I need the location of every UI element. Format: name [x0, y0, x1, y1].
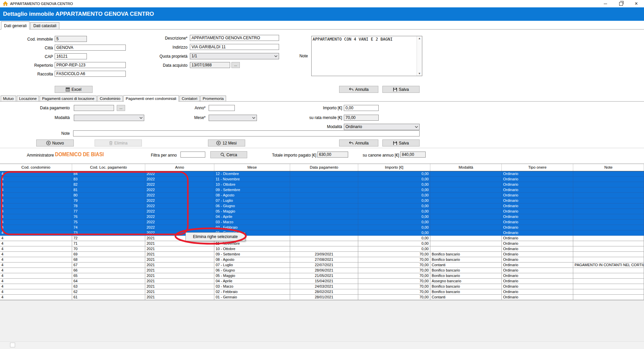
anno-field[interactable] — [209, 105, 235, 111]
table-row[interactable]: 461202101 - Gennaio28/01/202170,00Contan… — [0, 295, 644, 300]
table-row[interactable]: 479202207 - Luglio0,00Ordinario — [0, 198, 644, 203]
table-row[interactable]: 480202208 - Agosto0,00Ordinario — [0, 193, 644, 198]
table-cell — [430, 236, 502, 241]
table-cell: 07 - Luglio — [214, 263, 290, 268]
column-header[interactable]: Modalità — [430, 164, 502, 171]
table-cell — [290, 230, 358, 235]
data-acquisto-browse-button[interactable]: ... — [231, 62, 240, 68]
nuovo-button[interactable]: Nuovo — [36, 139, 74, 147]
table-cell: 66 — [72, 268, 145, 273]
salva-button-top[interactable]: Salva — [382, 86, 420, 93]
mese-select[interactable] — [209, 115, 257, 121]
scroll-down-arrow-icon[interactable]: ▼ — [418, 72, 421, 75]
table-row[interactable]: 467202107 - Luglio22/07/202170,00Contant… — [0, 263, 644, 268]
table-row[interactable]: 482202210 - Ottobre0,00Ordinario — [0, 182, 644, 187]
table-cell — [573, 252, 644, 257]
descrizione-field[interactable]: APPARTAMENTO GENOVA CENTRO — [190, 35, 279, 41]
column-header[interactable]: Cod. Loc. pagamento — [72, 164, 145, 171]
table-row[interactable]: 484202212 - Dicembre0,00Ordinario — [0, 171, 644, 177]
note-scrollbar[interactable]: ▲ ▼ — [417, 36, 422, 76]
table-row[interactable]: 481202209 - Settembre0,00Ordinario — [0, 187, 644, 193]
table-row[interactable]: 473202201 - Gennaio0,00Ordinario — [0, 230, 644, 236]
table-cell: Ordinario — [502, 209, 573, 214]
column-header[interactable]: Anno — [145, 164, 214, 171]
descrizione-label: Descrizione* — [144, 35, 187, 41]
note-textarea[interactable]: APPARTAMENTO CON 4 VANI E 2 BAGNI ▲ ▼ — [311, 36, 422, 76]
context-menu-item-elimina-righe[interactable]: Elimina righe selezionate — [193, 234, 237, 239]
column-header[interactable]: Cod. condominio — [0, 164, 72, 171]
bottom-left-box — [10, 343, 15, 347]
table-row[interactable]: 465202105 - Maggio21/05/202170,00Bonific… — [0, 273, 644, 279]
table-row[interactable]: 468202108 - Agosto27/08/202170,00Bonific… — [0, 257, 644, 263]
modalita-select[interactable] — [74, 115, 144, 121]
table-cell: 0,00 — [358, 225, 430, 230]
annulla-button-top-label: Annulla — [355, 87, 369, 92]
table-row[interactable]: 477202205 - Maggio0,00Ordinario — [0, 209, 644, 214]
table-cell: 2022 — [145, 209, 214, 214]
annulla-button-payment[interactable]: Annulla — [339, 139, 378, 147]
table-cell — [290, 241, 358, 246]
data-acquisto-field[interactable]: 13/07/1988 — [190, 62, 230, 68]
table-row[interactable]: 464202104 - Aprile15/04/202170,00Assegno… — [0, 279, 644, 284]
table-row[interactable]: 476202204 - Aprile0,00Ordinario — [0, 214, 644, 220]
raccolta-field[interactable]: FASCICOLO A6 — [55, 71, 126, 77]
data-pagamento-field[interactable] — [74, 105, 114, 111]
cap-field[interactable]: 16121 — [55, 53, 87, 59]
table-cell: Ordinario — [502, 177, 573, 182]
main-tab-strip: Dati generali Dati catastali — [0, 21, 644, 30]
excel-button[interactable]: Excel — [55, 86, 93, 93]
modalita-tipo-select[interactable]: Ordinario — [344, 124, 420, 130]
table-row[interactable]: 471202111 - Novembre0,00Ordinario — [0, 241, 644, 246]
tab-locazione[interactable]: Locazione — [17, 96, 39, 101]
table-row[interactable]: 469202109 - Settembre23/09/202170,00Boni… — [0, 252, 644, 257]
dodici-mesi-button[interactable]: 12 Mesi — [208, 139, 245, 147]
tab-contatori[interactable]: Contatori — [179, 96, 200, 101]
tab-pagamenti-oneri[interactable]: Pagamenti oneri condominiali — [123, 95, 179, 102]
indirizzo-field[interactable]: VIA GARIBALDI 11 — [190, 44, 279, 50]
table-cell: Ordinario — [502, 263, 573, 268]
payment-note-field[interactable] — [73, 130, 420, 136]
cod-immobile-field[interactable]: 5 — [55, 36, 87, 42]
table-cell: 02 - Febbraio — [214, 225, 290, 230]
annulla-button-top[interactable]: Annulla — [339, 86, 378, 93]
table-cell: 2021 — [145, 263, 214, 268]
quota-proprieta-select[interactable]: 1/1 — [190, 53, 279, 59]
tab-dati-catastali[interactable]: Dati catastali — [30, 22, 59, 29]
table-row[interactable]: 474202202 - Febbraio0,00Ordinario — [0, 225, 644, 230]
column-header[interactable]: Data pagamento — [290, 164, 358, 171]
column-header[interactable]: Mese — [214, 164, 290, 171]
cerca-button[interactable]: Cerca — [210, 151, 247, 158]
column-header[interactable]: Tipo onere — [502, 164, 573, 171]
table-row[interactable]: 462202102 - Febbraio28/02/202170,00Bonif… — [0, 289, 644, 295]
tab-dati-generali[interactable]: Dati generali — [1, 21, 30, 30]
table-row[interactable]: 483202211 - Novembre0,00Ordinario — [0, 177, 644, 182]
minimize-icon[interactable] — [598, 0, 613, 7]
close-icon[interactable]: × — [629, 0, 644, 7]
table-cell: 09 - Settembre — [214, 187, 290, 192]
table-row[interactable]: 472202112 - Dicembre0,00Ordinario — [0, 236, 644, 241]
elimina-button[interactable]: Elimina — [95, 139, 142, 147]
table-row[interactable]: 475202203 - Marzo0,00Ordinario — [0, 220, 644, 225]
tab-mutuo[interactable]: Mutuo — [1, 96, 16, 101]
column-header[interactable]: Importo [€] — [358, 164, 430, 171]
tab-pagamenti-canoni[interactable]: Pagamenti canoni di locazione — [40, 96, 97, 101]
tab-promemoria[interactable]: Promemoria — [200, 96, 226, 101]
table-cell: 70,00 — [358, 268, 430, 273]
column-header[interactable]: Note — [573, 164, 644, 171]
scroll-up-arrow-icon[interactable]: ▲ — [418, 37, 421, 40]
table-row[interactable]: 470202110 - Ottobre0,00Ordinario — [0, 246, 644, 252]
table-row[interactable]: 463202103 - Marzo24/03/202170,00Bonifico… — [0, 284, 644, 289]
su-rata-mensile-field[interactable]: 70,00 — [344, 115, 379, 121]
data-pagamento-browse-button[interactable]: ... — [117, 105, 125, 111]
tab-condominio[interactable]: Condominio — [97, 96, 122, 101]
citta-field[interactable]: GENOVA — [55, 45, 126, 51]
repertorio-field[interactable]: PROP-REP-123 — [55, 62, 126, 68]
table-row[interactable]: 466202106 - Giugno28/06/202170,00Bonific… — [0, 268, 644, 273]
table-row[interactable]: 478202206 - Giugno0,00Ordinario — [0, 203, 644, 209]
importo-field[interactable]: 0,00 — [344, 105, 379, 111]
table-cell: 2022 — [145, 214, 214, 219]
restore-icon[interactable] — [613, 0, 629, 7]
table-cell — [430, 214, 502, 219]
filtra-per-anno-field[interactable] — [180, 152, 205, 158]
salva-button-payment[interactable]: Salva — [382, 139, 420, 147]
